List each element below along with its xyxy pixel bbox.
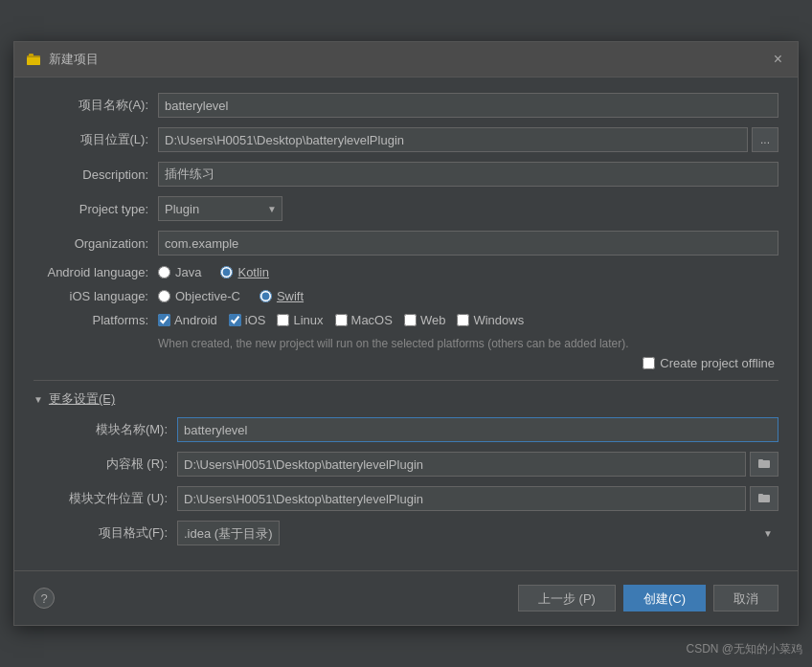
android-kotlin-radio[interactable] <box>220 266 233 278</box>
project-name-label: 项目名称(A): <box>34 97 158 114</box>
organization-label: Organization: <box>34 236 158 251</box>
module-name-row: 模块名称(M): <box>53 417 778 442</box>
create-offline-checkbox[interactable] <box>643 357 655 369</box>
ios-objc-option[interactable]: Objective-C <box>158 289 240 303</box>
advanced-rows: 模块名称(M): 内容根 (R): <box>53 417 778 545</box>
organization-row: Organization: <box>34 231 778 256</box>
advanced-toggle-arrow: ▼ <box>34 394 43 405</box>
platform-linux[interactable]: Linux <box>277 313 323 327</box>
project-location-input[interactable] <box>158 127 748 152</box>
platform-macos[interactable]: MacOS <box>335 313 393 327</box>
platform-windows-checkbox[interactable] <box>457 314 469 326</box>
project-format-row: 项目格式(F): .idea (基于目录) Eclipse Maven ▼ <box>53 521 778 545</box>
close-button[interactable]: × <box>770 50 786 69</box>
svg-rect-1 <box>27 57 40 65</box>
cancel-button[interactable]: 取消 <box>713 585 778 611</box>
project-type-select-wrap: Plugin Application Library ▼ <box>158 196 282 221</box>
create-offline-option[interactable]: Create project offline <box>643 356 775 370</box>
footer-left: ? <box>34 588 55 609</box>
content-root-label: 内容根 (R): <box>53 456 177 473</box>
android-language-radio-group: Java Kotlin <box>158 265 269 279</box>
project-name-input[interactable] <box>158 93 778 118</box>
organization-input[interactable] <box>158 231 778 256</box>
android-kotlin-option[interactable]: Kotlin <box>220 265 269 279</box>
watermark: CSDN @无知的小菜鸡 <box>686 641 802 657</box>
dialog-footer: ? 上一步 (P) 创建(C) 取消 <box>14 570 798 625</box>
content-root-row: 内容根 (R): <box>53 452 778 477</box>
ios-objc-radio[interactable] <box>158 290 170 302</box>
project-type-label: Project type: <box>34 202 158 216</box>
ios-swift-radio[interactable] <box>259 290 272 302</box>
project-format-select[interactable]: .idea (基于目录) Eclipse Maven <box>177 521 280 545</box>
footer-right: 上一步 (P) 创建(C) 取消 <box>518 585 778 611</box>
module-file-row: 模块文件位置 (U): <box>53 486 778 511</box>
module-file-browse-button[interactable] <box>750 486 778 511</box>
svg-rect-6 <box>758 494 763 496</box>
android-java-option[interactable]: Java <box>158 265 201 279</box>
svg-rect-3 <box>758 460 770 468</box>
android-language-row: Android language: Java Kotlin <box>34 265 778 279</box>
section-divider <box>34 380 778 381</box>
ios-language-row: iOS language: Objective-C Swift <box>34 289 778 303</box>
module-file-field <box>177 486 778 511</box>
location-browse-button[interactable]: ... <box>752 127 778 152</box>
platform-web-checkbox[interactable] <box>404 314 417 326</box>
content-root-input[interactable] <box>177 452 746 477</box>
platform-web[interactable]: Web <box>404 313 446 327</box>
prev-button[interactable]: 上一步 (P) <box>518 585 616 611</box>
android-language-label: Android language: <box>34 265 158 279</box>
content-root-field <box>177 452 778 477</box>
title-bar: 新建项目 × <box>14 42 798 78</box>
new-project-dialog: 新建项目 × 项目名称(A): 项目位置(L): ... Description… <box>13 41 799 626</box>
description-label: Description: <box>34 167 158 182</box>
advanced-section-label: 更多设置(E) <box>49 390 115 408</box>
advanced-header[interactable]: ▼ 更多设置(E) <box>34 390 778 408</box>
project-location-field: ... <box>158 127 778 152</box>
platforms-checkbox-group: Android iOS Linux MacOS Web <box>158 313 524 327</box>
description-input[interactable] <box>158 162 778 187</box>
platform-ios[interactable]: iOS <box>229 313 266 327</box>
ios-language-radio-group: Objective-C Swift <box>158 289 304 303</box>
offline-row: Create project offline <box>34 356 778 370</box>
svg-rect-2 <box>29 54 34 56</box>
project-format-select-wrap: .idea (基于目录) Eclipse Maven ▼ <box>177 521 778 545</box>
project-location-label: 项目位置(L): <box>34 131 158 148</box>
platform-ios-checkbox[interactable] <box>229 314 241 326</box>
platform-linux-checkbox[interactable] <box>277 314 289 326</box>
svg-rect-5 <box>758 495 770 502</box>
folder-icon <box>758 457 770 469</box>
content-root-browse-button[interactable] <box>750 452 778 477</box>
project-location-row: 项目位置(L): ... <box>34 127 778 152</box>
module-file-label: 模块文件位置 (U): <box>53 490 177 507</box>
advanced-section: ▼ 更多设置(E) 模块名称(M): 内容根 (R): <box>34 390 778 545</box>
project-type-select[interactable]: Plugin Application Library <box>158 196 282 221</box>
svg-rect-4 <box>758 459 763 461</box>
create-button[interactable]: 创建(C) <box>623 585 706 611</box>
project-icon <box>26 52 41 67</box>
title-bar-left: 新建项目 <box>26 51 99 68</box>
project-format-label: 项目格式(F): <box>53 524 177 542</box>
dialog-body: 项目名称(A): 项目位置(L): ... Description: Proje… <box>14 78 798 570</box>
platform-macos-checkbox[interactable] <box>335 314 348 326</box>
module-file-input[interactable] <box>177 486 746 511</box>
project-format-dropdown-arrow: ▼ <box>763 528 773 539</box>
description-row: Description: <box>34 162 778 187</box>
module-name-input[interactable] <box>177 417 778 442</box>
platform-hint: When created, the new project will run o… <box>158 337 778 350</box>
android-java-radio[interactable] <box>158 266 170 278</box>
project-name-row: 项目名称(A): <box>34 93 778 118</box>
help-button[interactable]: ? <box>34 588 55 609</box>
dialog-title: 新建项目 <box>49 51 99 68</box>
project-type-row: Project type: Plugin Application Library… <box>34 196 778 221</box>
platform-android-checkbox[interactable] <box>158 314 170 326</box>
platforms-label: Platforms: <box>34 313 158 327</box>
ios-language-label: iOS language: <box>34 289 158 303</box>
module-name-label: 模块名称(M): <box>53 421 177 438</box>
platform-windows[interactable]: Windows <box>457 313 524 327</box>
platform-android[interactable]: Android <box>158 313 217 327</box>
ios-swift-option[interactable]: Swift <box>259 289 304 303</box>
platforms-row: Platforms: Android iOS Linux MacOS <box>34 313 778 327</box>
folder-icon2 <box>758 492 770 503</box>
